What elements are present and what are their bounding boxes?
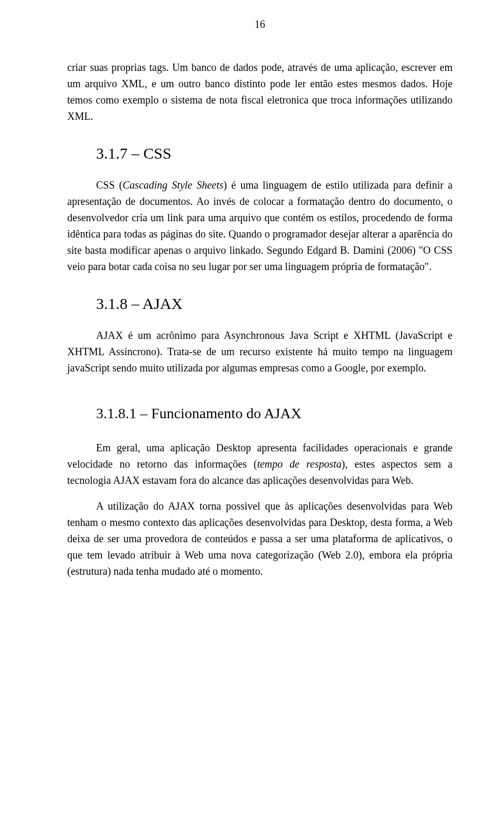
text-fragment: CSS ( bbox=[96, 179, 123, 191]
paragraph-func-2: A utilização do AJAX torna possivel que … bbox=[67, 498, 453, 580]
document-page: 16 criar suas proprias tags. Um banco de… bbox=[0, 0, 504, 827]
text-fragment: ) é uma linguagem de estilo utilizada pa… bbox=[67, 179, 453, 272]
heading-ajax: 3.1.8 – AJAX bbox=[96, 295, 453, 313]
italic-term: Cascading Style Sheets bbox=[123, 179, 224, 191]
heading-funcionamento: 3.1.8.1 – Funcionamento do AJAX bbox=[96, 405, 453, 422]
page-number: 16 bbox=[67, 18, 453, 30]
paragraph-css: CSS (Cascading Style Sheets) é uma lingu… bbox=[67, 177, 453, 275]
heading-css: 3.1.7 – CSS bbox=[96, 144, 453, 162]
italic-term: tempo de resposta bbox=[257, 458, 342, 470]
paragraph-ajax: AJAX é um acrônimo para Asynchronous Jav… bbox=[67, 327, 453, 376]
paragraph-func-1: Em geral, uma aplicação Desktop apresent… bbox=[67, 440, 453, 489]
paragraph-intro: criar suas proprias tags. Um banco de da… bbox=[67, 59, 453, 125]
